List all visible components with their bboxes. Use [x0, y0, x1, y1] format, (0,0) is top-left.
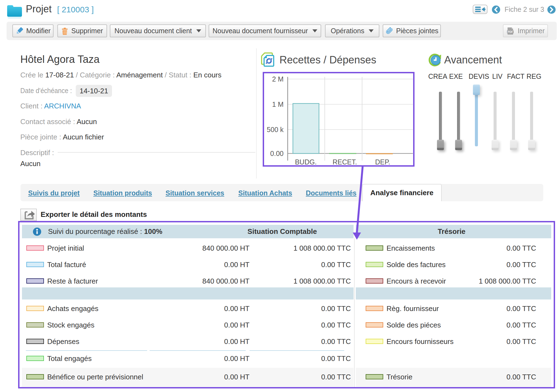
- svg-text:1 M: 1 M: [272, 100, 284, 108]
- svg-text:500 k: 500 k: [267, 126, 284, 133]
- svg-text:DEP.: DEP.: [375, 158, 390, 166]
- svg-text:0.00: 0.00: [270, 150, 284, 157]
- svg-text:RECET.: RECET.: [333, 158, 357, 166]
- svg-text:PDF: PDF: [508, 30, 513, 33]
- svg-text:BUDG.: BUDG.: [295, 158, 317, 166]
- svg-text:2 M: 2 M: [272, 75, 284, 83]
